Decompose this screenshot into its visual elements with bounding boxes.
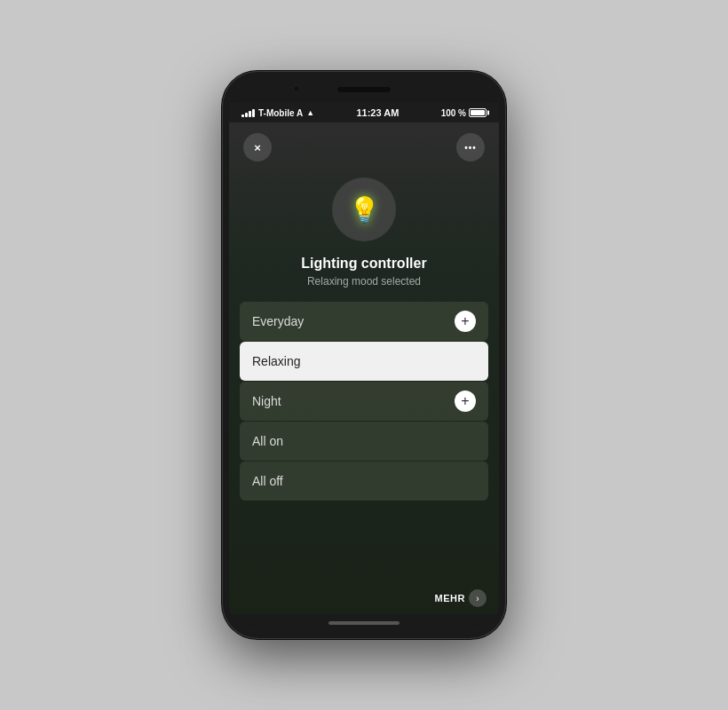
app-content: × ••• 💡 Lighting controller Relaxing moo… bbox=[229, 122, 499, 614]
app-header: × ••• bbox=[229, 122, 499, 169]
carrier-label: T-Mobile A bbox=[258, 108, 303, 118]
time-display: 11:23 AM bbox=[356, 107, 399, 118]
status-bar: T-Mobile A ▲ 11:23 AM 100 % bbox=[229, 103, 499, 122]
mehr-label: MEHR bbox=[435, 593, 465, 604]
battery-fill bbox=[471, 110, 485, 115]
title-section: Lighting controller Relaxing mood select… bbox=[229, 256, 499, 302]
more-button[interactable]: ••• bbox=[456, 133, 485, 162]
status-right: 100 % bbox=[441, 108, 487, 118]
mood-label-all-on: All on bbox=[252, 434, 283, 448]
phone-top-hardware bbox=[229, 78, 499, 103]
phone-screen: T-Mobile A ▲ 11:23 AM 100 % × ••• 💡 bbox=[229, 78, 499, 632]
app-footer: MEHR › bbox=[229, 582, 499, 614]
mood-label-relaxing: Relaxing bbox=[252, 354, 300, 368]
bulb-icon: 💡 bbox=[349, 195, 380, 225]
mehr-arrow-icon: › bbox=[469, 589, 487, 607]
bulb-circle: 💡 bbox=[332, 178, 396, 241]
mehr-button[interactable]: MEHR › bbox=[435, 589, 487, 607]
device-subtitle: Relaxing mood selected bbox=[247, 275, 481, 288]
device-title: Lighting controller bbox=[247, 256, 481, 272]
mood-item-all-on[interactable]: All on bbox=[240, 422, 488, 461]
plus-btn-night[interactable]: + bbox=[455, 390, 476, 412]
mood-label-all-off: All off bbox=[252, 474, 283, 488]
mood-item-all-off[interactable]: All off bbox=[240, 462, 488, 501]
speaker-slot bbox=[337, 87, 391, 92]
mood-label-night: Night bbox=[252, 394, 281, 408]
camera-dot bbox=[293, 85, 300, 92]
home-bar bbox=[328, 621, 400, 625]
mood-item-night[interactable]: Night + bbox=[240, 382, 488, 421]
close-button[interactable]: × bbox=[243, 133, 272, 162]
wifi-icon: ▲ bbox=[306, 108, 314, 117]
mood-item-relaxing[interactable]: Relaxing bbox=[240, 342, 488, 381]
status-left: T-Mobile A ▲ bbox=[241, 108, 314, 118]
mood-item-everyday[interactable]: Everyday + bbox=[240, 302, 488, 341]
plus-btn-everyday[interactable]: + bbox=[455, 311, 476, 332]
battery-icon bbox=[469, 108, 487, 117]
mood-label-everyday: Everyday bbox=[252, 314, 304, 328]
bulb-container: 💡 bbox=[229, 169, 499, 256]
signal-bars-icon bbox=[241, 109, 255, 117]
phone-device: T-Mobile A ▲ 11:23 AM 100 % × ••• 💡 bbox=[222, 71, 506, 639]
home-indicator bbox=[229, 614, 499, 632]
mood-list: Everyday + Relaxing Night + All on bbox=[229, 302, 499, 582]
battery-pct-label: 100 % bbox=[441, 108, 466, 118]
